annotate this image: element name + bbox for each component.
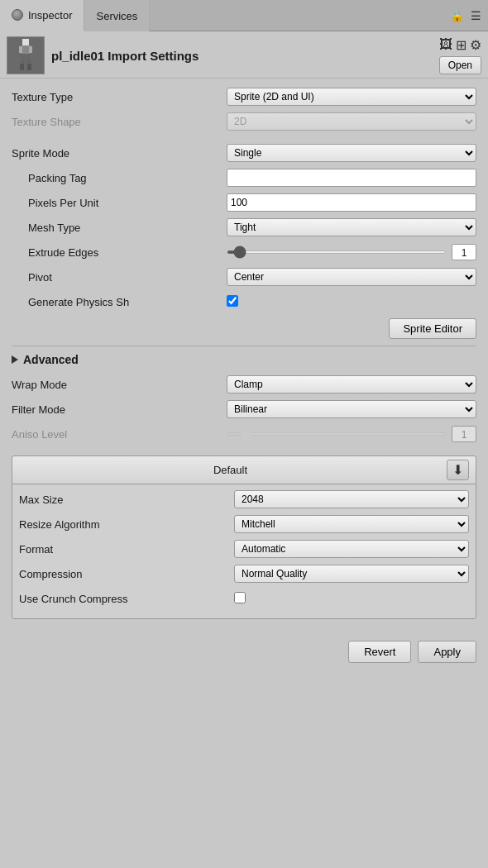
extrude-edges-label: Extrude Edges: [12, 246, 227, 259]
resize-algo-control: Mitchell: [234, 515, 469, 533]
aniso-level-control: 1: [227, 426, 476, 442]
sprite-preview: [7, 36, 45, 74]
page-title: pl_idle01 Import Settings: [51, 49, 433, 63]
pixels-per-unit-row: Pixels Per Unit: [12, 193, 476, 212]
aniso-level-value: 1: [452, 426, 476, 442]
format-row: Format Automatic: [19, 539, 469, 559]
tab-bar-actions: 🔒 ☰: [448, 0, 488, 31]
mesh-type-select[interactable]: Tight: [227, 218, 476, 236]
mesh-type-control: Tight: [227, 218, 476, 236]
wrap-mode-label: Wrap Mode: [12, 379, 227, 391]
tab-bar-spacer: [150, 0, 448, 31]
sprite-mode-label: Sprite Mode: [12, 147, 227, 160]
max-size-label: Max Size: [19, 494, 234, 506]
pivot-select[interactable]: Center: [227, 268, 476, 286]
crunch-row: Use Crunch Compress: [19, 589, 469, 608]
sep1: [12, 136, 476, 143]
pixels-per-unit-input[interactable]: [227, 193, 476, 212]
extrude-edges-row: Extrude Edges 1: [12, 242, 476, 262]
packing-tag-row: Packing Tag: [12, 168, 476, 188]
wrap-mode-row: Wrap Mode Clamp: [12, 374, 476, 394]
sprite-editor-button[interactable]: Sprite Editor: [389, 318, 476, 339]
advanced-triangle-icon: [12, 355, 18, 364]
packing-tag-input[interactable]: [227, 169, 476, 187]
max-size-control: 2048: [234, 490, 469, 508]
download-icon[interactable]: ⬇: [447, 460, 469, 480]
max-size-select[interactable]: 2048: [234, 490, 469, 508]
resize-algo-row: Resize Algorithm Mitchell: [19, 514, 469, 534]
texture-type-label: Texture Type: [12, 91, 227, 103]
tab-bar: Inspector Services 🔒 ☰: [0, 0, 488, 31]
packing-tag-control: [227, 169, 476, 187]
compression-label: Compression: [19, 568, 234, 580]
svg-rect-7: [27, 64, 31, 70]
filter-mode-select[interactable]: Bilinear: [227, 400, 476, 418]
svg-rect-6: [20, 64, 24, 70]
extrude-edges-value: 1: [452, 244, 476, 260]
sprite-mode-select[interactable]: Single: [227, 144, 476, 162]
aniso-level-row: Aniso Level 1: [12, 424, 476, 444]
settings-icon[interactable]: ⚙: [470, 37, 481, 53]
resize-algo-select[interactable]: Mitchell: [234, 515, 469, 533]
pixels-per-unit-label: Pixels Per Unit: [12, 197, 227, 209]
svg-rect-2: [19, 46, 22, 53]
texture-shape-row: Texture Shape 2D: [12, 112, 476, 131]
tab-inspector-label: Inspector: [28, 9, 72, 21]
title-actions: 🖼 ⊞ ⚙ Open: [439, 37, 481, 74]
tab-services[interactable]: Services: [84, 0, 150, 31]
aniso-level-slider: [227, 432, 447, 436]
filter-mode-control: Bilinear: [227, 400, 476, 418]
sprite-mode-row: Sprite Mode Single: [12, 143, 476, 163]
filter-mode-label: Filter Mode: [12, 403, 227, 416]
pivot-label: Pivot: [12, 271, 227, 284]
wrap-mode-select[interactable]: Clamp: [227, 375, 476, 393]
advanced-label: Advanced: [23, 353, 79, 366]
gen-physics-control: [227, 295, 476, 309]
texture-type-row: Texture Type Sprite (2D and UI): [12, 87, 476, 107]
advanced-header[interactable]: Advanced: [12, 353, 476, 366]
platform-content: Max Size 2048 Resize Algorithm Mitchell: [12, 484, 476, 618]
title-icons: 🖼 ⊞ ⚙: [439, 37, 481, 53]
open-button[interactable]: Open: [439, 56, 481, 74]
compression-select[interactable]: Normal Quality: [234, 565, 469, 583]
sprite-mode-control: Single: [227, 144, 476, 162]
apply-button[interactable]: Apply: [418, 641, 476, 663]
svg-rect-4: [21, 54, 25, 64]
crunch-label: Use Crunch Compress: [19, 593, 234, 605]
more-options-icon[interactable]: ☰: [469, 7, 483, 24]
texture-type-select[interactable]: Sprite (2D and UI): [227, 88, 476, 106]
texture-type-control: Sprite (2D and UI): [227, 88, 476, 106]
mesh-type-label: Mesh Type: [12, 222, 227, 234]
pivot-control: Center: [227, 268, 476, 286]
crunch-checkbox[interactable]: [234, 592, 246, 603]
tab-services-label: Services: [96, 10, 137, 22]
mesh-type-row: Mesh Type Tight: [12, 217, 476, 237]
svg-rect-5: [26, 54, 31, 64]
filter-mode-row: Filter Mode Bilinear: [12, 399, 476, 419]
texture-shape-select[interactable]: 2D: [227, 112, 476, 131]
platform-title: Default: [19, 464, 442, 476]
extrude-edges-slider[interactable]: [227, 250, 447, 254]
format-select[interactable]: Automatic: [234, 540, 469, 558]
svg-rect-0: [22, 39, 29, 45]
texture-icon[interactable]: 🖼: [439, 37, 452, 53]
resize-algo-label: Resize Algorithm: [19, 518, 234, 531]
crunch-control: [234, 592, 469, 606]
compression-control: Normal Quality: [234, 565, 469, 583]
packing-tag-label: Packing Tag: [12, 172, 227, 184]
compression-row: Compression Normal Quality: [19, 564, 469, 584]
title-row: pl_idle01 Import Settings 🖼 ⊞ ⚙ Open: [0, 31, 488, 79]
lock-icon[interactable]: 🔒: [448, 7, 466, 24]
texture-shape-control: 2D: [227, 112, 476, 131]
layout-icon[interactable]: ⊞: [456, 37, 466, 53]
revert-button[interactable]: Revert: [348, 641, 411, 663]
gen-physics-label: Generate Physics Sh: [12, 296, 227, 308]
format-control: Automatic: [234, 540, 469, 558]
extrude-edges-control: 1: [227, 244, 476, 260]
wrap-mode-control: Clamp: [227, 375, 476, 393]
platform-box: Default ⬇ Max Size 2048 Resize Algorithm…: [12, 455, 476, 619]
pixels-per-unit-control: [227, 193, 476, 212]
tab-inspector[interactable]: Inspector: [0, 0, 84, 31]
main-content: Texture Type Sprite (2D and UI) Texture …: [0, 79, 488, 627]
gen-physics-checkbox[interactable]: [227, 295, 238, 307]
